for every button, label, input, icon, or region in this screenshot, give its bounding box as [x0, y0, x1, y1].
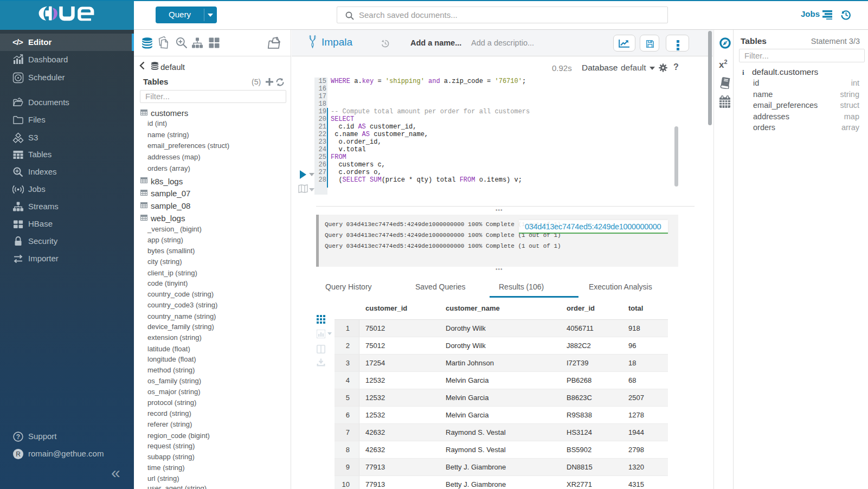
svg-text:?: ? [16, 433, 20, 441]
svg-text:R: R [16, 451, 21, 458]
